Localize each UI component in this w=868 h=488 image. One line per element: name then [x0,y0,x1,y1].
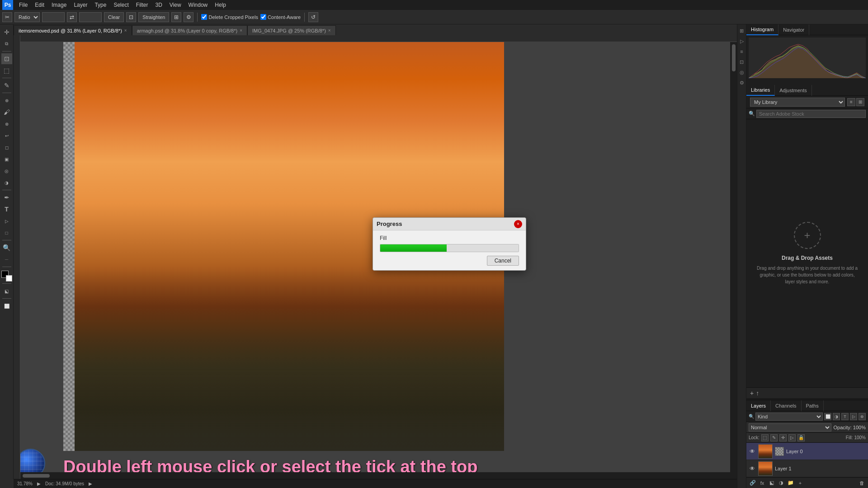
move-tool[interactable]: ✛ [1,27,12,38]
layer-0-visibility[interactable]: 👁 [749,448,756,455]
menu-window[interactable]: Window [185,0,212,10]
menu-3d[interactable]: 3D [151,0,165,10]
lock-artboard-icon[interactable]: ▷ [788,434,796,441]
panel-icon-2[interactable]: ▷ [738,37,746,45]
menu-file[interactable]: File [15,0,31,10]
layer-0-name[interactable]: Layer 0 [786,449,866,454]
tab-2[interactable]: IMG_0474.JPG @ 25% (RGB/8*) × [247,25,336,35]
clear-button[interactable]: Clear [104,12,124,22]
opacity-value[interactable]: 100% [853,425,866,430]
eraser-tool[interactable]: ◻ [1,142,12,153]
menu-view[interactable]: View [166,0,185,10]
settings-icon[interactable]: ⚙ [184,12,193,22]
lock-transparent-icon[interactable]: ⬚ [761,434,769,441]
filter-kind-select[interactable]: Kind [755,413,823,421]
filter-adj-icon[interactable]: ◑ [833,413,840,420]
crop-tool[interactable]: ⊡ [1,53,12,64]
pen-tool[interactable]: ✒ [1,192,12,203]
library-dropdown[interactable]: My Library [750,98,845,107]
tab-0-close[interactable]: × [124,28,127,33]
tab-1-close[interactable]: × [240,28,242,33]
layer-style-btn[interactable]: fx [758,479,766,487]
panel-icon-4[interactable]: ⊡ [738,58,746,66]
menu-layer[interactable]: Layer [70,0,91,10]
quick-mask-tool[interactable]: ⬕ [1,286,12,296]
tab-libraries[interactable]: Libraries [746,85,775,96]
cancel-button[interactable]: Cancel [487,256,519,266]
new-layer-btn[interactable]: + [796,479,804,487]
more-tools[interactable]: ··· [1,254,12,265]
path-select-tool[interactable]: ▷ [1,216,12,226]
layer-1-name[interactable]: Layer 1 [775,466,866,471]
ratio-w-input[interactable] [42,12,65,22]
grid-view-btn[interactable]: ⊞ [856,98,864,106]
screen-mode-tool[interactable]: ⬜ [1,300,12,311]
dodge-tool[interactable]: ◑ [1,177,12,188]
scroll-horizontal[interactable] [20,472,737,479]
frame-tool[interactable]: ⬚ [1,65,12,76]
filter-pixel-icon[interactable]: ⬜ [824,413,831,420]
tab-navigator[interactable]: Navigator [778,24,809,35]
menu-image[interactable]: Image [48,0,70,10]
tab-layers[interactable]: Layers [746,400,771,411]
filter-type-icon[interactable]: T [841,413,849,420]
panel-icon-5[interactable]: ◎ [738,68,746,76]
panel-icon-3[interactable]: ≡ [738,47,746,56]
delete-cropped-checkbox[interactable]: Delete Cropped Pixels [201,14,258,20]
lock-all-icon[interactable]: 🔒 [797,434,805,441]
eyedropper-tool[interactable]: ✎ [1,80,12,91]
ratio-select[interactable]: Ratio [14,12,40,22]
layer-item-0[interactable]: 👁 Layer 0 [746,443,868,460]
swap-icon[interactable]: ⇄ [67,12,77,22]
scroll-thumb-v[interactable] [732,44,736,71]
dialog-close-btn[interactable]: × [514,220,522,228]
layer-mask-btn[interactable]: ⬕ [768,479,776,487]
link-layers-btn[interactable]: 🔗 [749,479,757,487]
menu-edit[interactable]: Edit [31,0,48,10]
tab-channels[interactable]: Channels [771,400,801,411]
brush-tool[interactable]: 🖌 [1,107,12,117]
menu-help[interactable]: Help [211,0,230,10]
crop-tool-icon[interactable]: ✂ [2,12,12,22]
crop-icon[interactable]: ⊡ [126,12,136,22]
zoom-tool[interactable]: 🔍 [1,242,12,253]
artboard-tool[interactable]: ⧉ [1,38,12,49]
group-layers-btn[interactable]: 📁 [787,479,795,487]
panel-icon-1[interactable]: ⊞ [738,27,746,35]
filter-smart-icon[interactable]: ⊕ [859,413,866,420]
grid-icon[interactable]: ⊞ [171,12,181,22]
lock-position-icon[interactable]: ✛ [779,434,787,441]
background-color[interactable] [6,275,12,282]
add-lib-btn[interactable]: + [750,389,754,397]
adjustment-layer-btn[interactable]: ◑ [777,479,785,487]
scroll-vertical[interactable] [730,42,737,472]
list-view-btn[interactable]: ≡ [847,98,855,106]
straighten-button[interactable]: Straighten [138,12,169,22]
tab-0[interactable]: itemsremoved.psd @ 31.8% (Layer 0, RGB/8… [14,25,132,35]
add-asset-circle[interactable]: + [794,222,821,249]
panel-icon-6[interactable]: ⚙ [738,79,746,87]
layer-item-1[interactable]: 👁 Layer 1 [746,460,868,477]
lock-pixel-icon[interactable]: ✎ [770,434,778,441]
tab-histogram[interactable]: Histogram [746,24,778,35]
tab-1[interactable]: armagh.psd @ 31.8% (Layer 0 copy, RGB/8*… [132,25,247,35]
shape-tool[interactable]: □ [1,227,12,238]
scroll-thumb-h[interactable] [23,474,50,478]
fg-bg-colors[interactable] [1,271,12,282]
blur-tool[interactable]: ◎ [1,165,12,176]
tab-2-close[interactable]: × [328,28,331,33]
upload-lib-btn[interactable]: ↑ [756,389,759,397]
ratio-h-input[interactable] [79,12,102,22]
reset-icon[interactable]: ↺ [308,12,318,22]
search-input[interactable] [756,110,866,118]
type-tool[interactable]: T [1,204,12,215]
blend-mode-select[interactable]: Normal [749,423,831,432]
history-brush-tool[interactable]: ↩ [1,130,12,141]
menu-type[interactable]: Type [91,0,110,10]
fill-value[interactable]: 100% [854,435,866,440]
content-aware-checkbox[interactable]: Content-Aware [260,14,301,20]
layer-1-visibility[interactable]: 👁 [749,465,756,472]
clone-tool[interactable]: ⊗ [1,118,12,129]
filter-shape-icon[interactable]: ▷ [850,413,857,420]
menu-filter[interactable]: Filter [132,0,152,10]
